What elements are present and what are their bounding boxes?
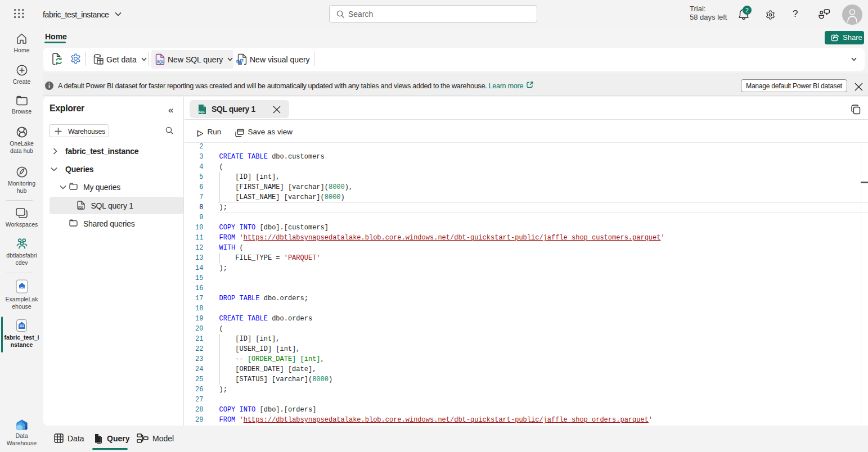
svg-text:SQL: SQL: [157, 60, 164, 64]
svg-text:SQL: SQL: [199, 110, 205, 114]
svg-text:SQL: SQL: [78, 206, 84, 209]
